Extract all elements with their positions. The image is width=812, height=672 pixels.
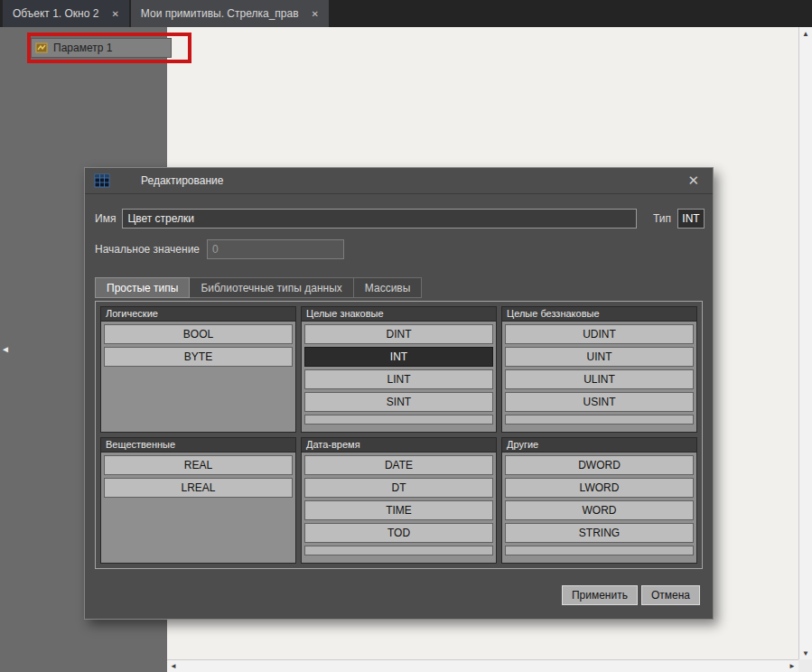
type-option-bool[interactable]: BOOL: [104, 324, 293, 344]
type-option-dint[interactable]: DINT: [304, 324, 493, 344]
close-icon[interactable]: ✕: [312, 9, 319, 19]
group-body: DINT INT LINT SINT: [302, 322, 496, 432]
type-option-lint[interactable]: LINT: [304, 369, 493, 389]
simple-types-panel: Логические BOOL BYTE Целые знаковые DINT…: [95, 301, 703, 569]
empty-slot: [304, 415, 493, 425]
apply-button[interactable]: Применить: [562, 585, 638, 605]
scroll-right-icon[interactable]: ►: [786, 660, 798, 672]
name-input[interactable]: [122, 209, 637, 229]
tab-my-primitives-arrow[interactable]: Мои примитивы. Стрелка_прав ✕: [131, 0, 329, 27]
document-tabbar: Объект 1. Окно 2 ✕ Мои примитивы. Стрелк…: [0, 0, 812, 27]
close-icon[interactable]: ✕: [683, 173, 704, 189]
type-option-uint[interactable]: UINT: [505, 347, 694, 367]
type-option-usint[interactable]: USINT: [505, 392, 694, 412]
empty-slot: [505, 546, 694, 555]
group-title: Целые знаковые: [302, 307, 496, 322]
name-label: Имя: [95, 212, 116, 225]
type-option-word[interactable]: WORD: [505, 500, 694, 520]
type-option-tod[interactable]: TOD: [304, 523, 493, 543]
group-title: Логические: [101, 307, 295, 322]
empty-slot: [304, 546, 493, 555]
type-option-lreal[interactable]: LREAL: [104, 478, 293, 498]
group-body: DATE DT TIME TOD: [302, 453, 496, 563]
group-body: DWORD LWORD WORD STRING: [502, 453, 696, 563]
type-option-string[interactable]: STRING: [505, 523, 694, 543]
group-body: UDINT UINT ULINT USINT: [502, 322, 696, 432]
empty-slot: [505, 415, 694, 425]
scroll-up-icon[interactable]: ▲: [799, 27, 812, 40]
parameter-icon: [35, 42, 48, 54]
group-unsigned-integers: Целые беззнаковые UDINT UINT ULINT USINT: [501, 306, 697, 433]
type-option-real[interactable]: REAL: [104, 455, 293, 475]
tab-label: Мои примитивы. Стрелка_прав: [141, 7, 299, 20]
tab-arrays[interactable]: Массивы: [354, 277, 423, 298]
dialog-actions: Применить Отмена: [562, 585, 700, 605]
tab-library-types[interactable]: Библиотечные типы данных: [190, 277, 353, 298]
group-real: Вещественные REAL LREAL: [100, 437, 296, 564]
cancel-button[interactable]: Отмена: [641, 585, 700, 605]
type-option-lword[interactable]: LWORD: [505, 478, 694, 498]
name-row: Имя Тип INT: [95, 209, 705, 229]
parameter-tree-item[interactable]: Параметр 1: [31, 38, 172, 58]
group-other: Другие DWORD LWORD WORD STRING: [501, 437, 697, 564]
type-option-dword[interactable]: DWORD: [505, 455, 694, 475]
edit-dialog: Редактирование ✕ Имя Тип INT Начальное з…: [84, 167, 714, 620]
type-option-dt[interactable]: DT: [304, 478, 493, 498]
group-title: Другие: [502, 438, 696, 453]
group-title: Вещественные: [101, 438, 295, 453]
group-datetime: Дата-время DATE DT TIME TOD: [301, 437, 497, 564]
type-option-udint[interactable]: UDINT: [505, 324, 694, 344]
type-category-tabs: Простые типы Библиотечные типы данных Ма…: [95, 277, 422, 298]
dialog-titlebar[interactable]: Редактирование ✕: [85, 168, 713, 194]
group-logical: Логические BOOL BYTE: [100, 306, 296, 433]
close-icon[interactable]: ✕: [111, 9, 118, 19]
type-value-display: INT: [677, 209, 705, 229]
scroll-left-icon[interactable]: ◄: [167, 660, 180, 672]
type-option-byte[interactable]: BYTE: [104, 347, 293, 367]
parameter-label: Параметр 1: [53, 42, 112, 54]
type-option-int[interactable]: INT: [304, 347, 493, 367]
group-signed-integers: Целые знаковые DINT INT LINT SINT: [301, 306, 497, 433]
scroll-down-icon[interactable]: ▼: [799, 647, 812, 659]
type-label: Тип: [653, 212, 671, 225]
tab-simple-types[interactable]: Простые типы: [95, 277, 190, 298]
tab-label: Объект 1. Окно 2: [13, 7, 98, 20]
collapse-panel-icon[interactable]: ◄: [1, 344, 10, 354]
type-option-ulint[interactable]: ULINT: [505, 369, 694, 389]
app-root: Объект 1. Окно 2 ✕ Мои примитивы. Стрелк…: [0, 0, 812, 672]
type-option-sint[interactable]: SINT: [304, 392, 493, 412]
initial-value-input: [207, 239, 344, 259]
group-body: BOOL BYTE: [101, 322, 295, 432]
table-icon: [94, 173, 110, 189]
initial-value-label: Начальное значение: [95, 243, 200, 256]
type-option-time[interactable]: TIME: [304, 500, 493, 520]
initial-value-row: Начальное значение: [95, 239, 344, 259]
dialog-title: Редактирование: [141, 174, 223, 187]
group-title: Целые беззнаковые: [502, 307, 696, 322]
type-option-date[interactable]: DATE: [304, 455, 493, 475]
tab-object1-window2[interactable]: Объект 1. Окно 2 ✕: [3, 0, 129, 27]
scrollbar-corner: [798, 659, 812, 672]
vertical-scrollbar[interactable]: ▲ ▼: [798, 27, 812, 659]
group-body: REAL LREAL: [101, 453, 295, 563]
group-title: Дата-время: [302, 438, 496, 453]
horizontal-scrollbar[interactable]: ◄ ►: [167, 659, 798, 672]
